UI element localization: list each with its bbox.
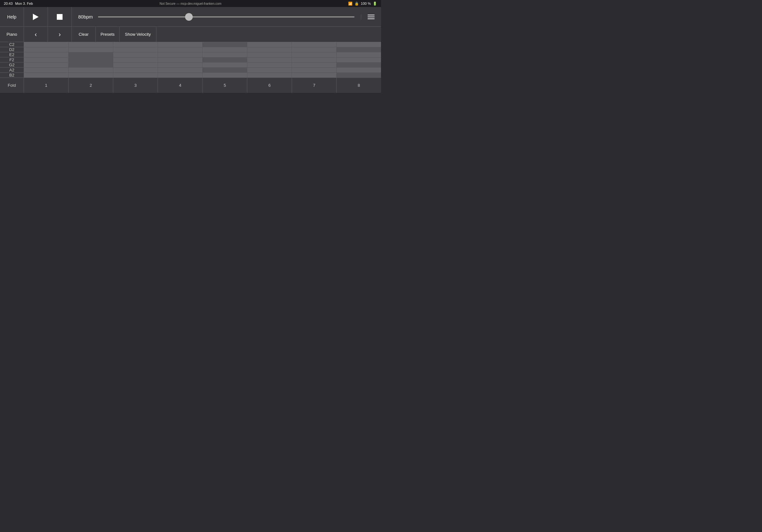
grid-cell-r3-c4[interactable]: [203, 57, 247, 62]
col-label-4[interactable]: 4: [158, 78, 203, 93]
grid-cell-r6-c2[interactable]: [113, 73, 158, 78]
grid-cell-r3-c3[interactable]: [158, 57, 203, 62]
prev-icon: ‹: [35, 31, 37, 38]
grid-container: C2D2E2F2G2A2B2: [0, 42, 381, 78]
row-label-b2: B2: [0, 73, 24, 78]
grid-cell-r2-c4[interactable]: [203, 52, 247, 57]
grid-cell-r4-c0[interactable]: [24, 62, 69, 67]
show-velocity-button[interactable]: Show Velocity: [120, 27, 156, 42]
grid-cell-r4-c4[interactable]: [203, 62, 247, 67]
grid-cell-r3-c6[interactable]: [292, 57, 337, 62]
grid-cell-r3-c7[interactable]: [337, 57, 381, 62]
grid-cell-r5-c3[interactable]: [158, 68, 203, 72]
stop-button[interactable]: [48, 7, 72, 27]
grid-cell-r5-c1[interactable]: [69, 68, 113, 72]
row-label-e2: E2: [0, 52, 24, 57]
grid-cell-r6-c5[interactable]: [247, 73, 292, 78]
row-label-f2: F2: [0, 57, 24, 62]
grid-cell-r0-c0[interactable]: [24, 42, 69, 47]
grid-cell-r0-c6[interactable]: [292, 42, 337, 47]
grid-cell-r1-c5[interactable]: [247, 47, 292, 52]
row-label-a2: A2: [0, 68, 24, 72]
grid-cell-r1-c3[interactable]: [158, 47, 203, 52]
grid-cell-r6-c0[interactable]: [24, 73, 69, 78]
bpm-area: 80bpm: [72, 14, 361, 20]
piano-label: Piano: [0, 27, 24, 42]
grid-cell-r1-c4[interactable]: [203, 47, 247, 52]
toolbar1: Help 80bpm: [0, 7, 381, 27]
date: Mon 3. Feb: [15, 2, 33, 5]
grid-cell-r6-c3[interactable]: [158, 73, 203, 78]
grid-cell-r0-c1[interactable]: [69, 42, 113, 47]
grid-cell-r4-c5[interactable]: [247, 62, 292, 67]
grid-cell-r1-c2[interactable]: [113, 47, 158, 52]
grid-cell-r6-c4[interactable]: [203, 73, 247, 78]
grid-cell-r4-c3[interactable]: [158, 62, 203, 67]
grid-cell-r2-c6[interactable]: [292, 52, 337, 57]
grid-row-b2: B2: [0, 73, 381, 78]
grid-cell-r2-c0[interactable]: [24, 52, 69, 57]
row-label-d2: D2: [0, 47, 24, 52]
grid-row-d2: D2: [0, 47, 381, 52]
grid-cell-r5-c0[interactable]: [24, 68, 69, 72]
grid-cell-r3-c2[interactable]: [113, 57, 158, 62]
grid-cell-r4-c1[interactable]: [69, 62, 113, 67]
bpm-label: 80bpm: [78, 14, 93, 20]
grid-cell-r2-c2[interactable]: [113, 52, 158, 57]
bpm-slider[interactable]: [98, 16, 354, 18]
grid-cell-r5-c7[interactable]: [337, 68, 381, 72]
url-bar-inline: Not Secure — mcp-dev.miguel-franken.com: [160, 2, 221, 5]
grid-cell-r5-c4[interactable]: [203, 68, 247, 72]
battery: 100 %: [361, 2, 371, 5]
next-button[interactable]: ›: [48, 27, 72, 42]
grid-cell-r0-c5[interactable]: [247, 42, 292, 47]
help-button[interactable]: Help: [0, 7, 24, 27]
grid-row-e2: E2: [0, 52, 381, 57]
next-icon: ›: [59, 31, 61, 38]
col-label-6[interactable]: 6: [247, 78, 292, 93]
fold-button[interactable]: Fold: [0, 78, 24, 93]
row-label-c2: C2: [0, 42, 24, 47]
stop-icon: [57, 14, 62, 20]
grid-cell-r3-c5[interactable]: [247, 57, 292, 62]
play-button[interactable]: [24, 7, 48, 27]
grid-row-g2: G2: [0, 62, 381, 68]
grid-cell-r2-c5[interactable]: [247, 52, 292, 57]
wifi-icon: 📶: [348, 2, 352, 6]
grid-cell-r4-c6[interactable]: [292, 62, 337, 67]
col-label-5[interactable]: 5: [203, 78, 247, 93]
grid-cell-r0-c2[interactable]: [113, 42, 158, 47]
col-label-2[interactable]: 2: [69, 78, 113, 93]
grid-cell-r1-c0[interactable]: [24, 47, 69, 52]
col-label-3[interactable]: 3: [113, 78, 158, 93]
grid-cell-r1-c1[interactable]: [69, 47, 113, 52]
grid-cell-r5-c2[interactable]: [113, 68, 158, 72]
grid-cell-r3-c1[interactable]: [69, 57, 113, 62]
col-label-1[interactable]: 1: [24, 78, 69, 93]
time: 20:43: [4, 2, 13, 5]
grid-cell-r2-c7[interactable]: [337, 52, 381, 57]
grid-cell-r2-c3[interactable]: [158, 52, 203, 57]
grid-cell-r2-c1[interactable]: [69, 52, 113, 57]
clear-button[interactable]: Clear: [72, 27, 96, 42]
grid-cell-r5-c6[interactable]: [292, 68, 337, 72]
status-bar: 20:43 Mon 3. Feb Not Secure — mcp-dev.mi…: [0, 0, 381, 7]
col-label-7[interactable]: 7: [292, 78, 337, 93]
hamburger-icon: [368, 15, 375, 19]
grid-cell-r0-c4[interactable]: [203, 42, 247, 47]
prev-button[interactable]: ‹: [24, 27, 48, 42]
grid-cell-r3-c0[interactable]: [24, 57, 69, 62]
col-label-8[interactable]: 8: [337, 78, 381, 93]
grid-cell-r6-c1[interactable]: [69, 73, 113, 78]
grid-cell-r0-c7[interactable]: [337, 42, 381, 47]
grid-cell-r1-c6[interactable]: [292, 47, 337, 52]
grid-cell-r6-c7[interactable]: [337, 73, 381, 78]
presets-button[interactable]: Presets: [96, 27, 120, 42]
grid-cell-r0-c3[interactable]: [158, 42, 203, 47]
menu-button[interactable]: [361, 7, 381, 27]
grid-cell-r6-c6[interactable]: [292, 73, 337, 78]
grid-cell-r4-c7[interactable]: [337, 62, 381, 67]
grid-cell-r4-c2[interactable]: [113, 62, 158, 67]
grid-cell-r5-c5[interactable]: [247, 68, 292, 72]
grid-cell-r1-c7[interactable]: [337, 47, 381, 52]
